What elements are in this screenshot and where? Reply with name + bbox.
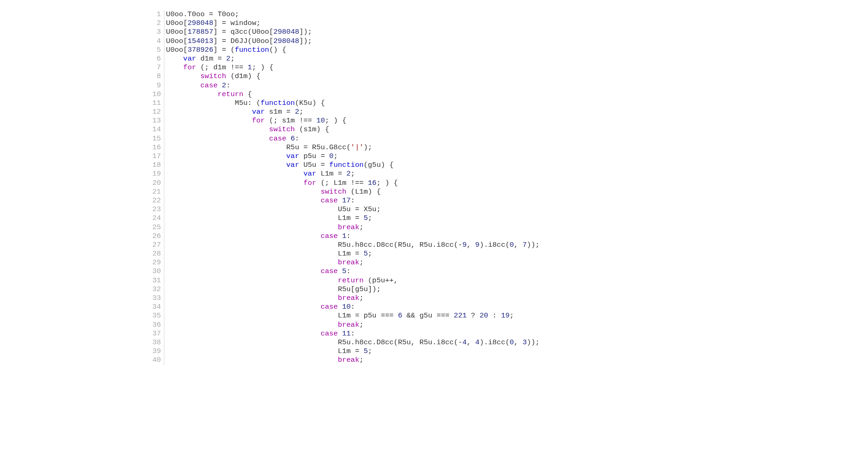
code-line: for (; s1m !== 10; ) { bbox=[166, 116, 540, 125]
line-number: 9 bbox=[152, 81, 161, 90]
code-line: break; bbox=[166, 321, 540, 329]
code-line: for (; d1m !== 1; ) { bbox=[166, 63, 540, 72]
line-number: 8 bbox=[152, 72, 161, 81]
code-line: U0oo[178857] = q3cc(U0oo[298048]); bbox=[166, 28, 540, 37]
line-number: 21 bbox=[152, 188, 161, 196]
line-number: 10 bbox=[152, 90, 161, 99]
line-number: 2 bbox=[152, 19, 161, 28]
code-line: U0oo[298048] = window; bbox=[166, 19, 540, 28]
code-line: var s1m = 2; bbox=[166, 108, 540, 116]
code-line: L1m = 5; bbox=[166, 214, 540, 223]
code-line: case 11: bbox=[166, 329, 540, 338]
code-line: switch (s1m) { bbox=[166, 125, 540, 134]
code-editor: 1234567891011121314151617181920212223242… bbox=[152, 10, 868, 365]
line-number: 1 bbox=[152, 10, 161, 19]
line-number: 16 bbox=[152, 143, 161, 152]
line-number: 35 bbox=[152, 311, 161, 320]
code-line: var p5u = 0; bbox=[166, 152, 540, 161]
line-number: 34 bbox=[152, 303, 161, 311]
line-number: 11 bbox=[152, 99, 161, 108]
code-line: break; bbox=[166, 223, 540, 232]
code-line: break; bbox=[166, 294, 540, 303]
code-line: switch (L1m) { bbox=[166, 188, 540, 196]
line-number: 30 bbox=[152, 267, 161, 276]
code-line: case 10: bbox=[166, 303, 540, 311]
code-line: return { bbox=[166, 90, 540, 99]
code-line: case 1: bbox=[166, 232, 540, 241]
line-number: 33 bbox=[152, 294, 161, 303]
line-number: 24 bbox=[152, 214, 161, 223]
line-number: 20 bbox=[152, 179, 161, 188]
line-number: 6 bbox=[152, 55, 161, 63]
code-line: L1m = p5u === 6 && g5u === 221 ? 20 : 19… bbox=[166, 311, 540, 320]
code-line: var d1m = 2; bbox=[166, 55, 540, 63]
line-number: 22 bbox=[152, 196, 161, 205]
line-number: 26 bbox=[152, 232, 161, 241]
line-number: 5 bbox=[152, 46, 161, 55]
code-line: switch (d1m) { bbox=[166, 72, 540, 81]
line-number: 37 bbox=[152, 329, 161, 338]
code-line: L1m = 5; bbox=[166, 347, 540, 356]
line-number: 27 bbox=[152, 241, 161, 250]
code-line: R5u[g5u]); bbox=[166, 285, 540, 294]
line-number: 4 bbox=[152, 37, 161, 46]
code-line: break; bbox=[166, 356, 540, 365]
code-line: case 5: bbox=[166, 267, 540, 276]
code-line: R5u = R5u.G8cc('|'); bbox=[166, 143, 540, 152]
line-number: 29 bbox=[152, 258, 161, 267]
code-line: break; bbox=[166, 258, 540, 267]
code-line: case 6: bbox=[166, 134, 540, 143]
line-number: 14 bbox=[152, 125, 161, 134]
code-line: U0oo[154013] = D6JJ(U0oo[298048]); bbox=[166, 37, 540, 46]
line-number-gutter: 1234567891011121314151617181920212223242… bbox=[152, 10, 164, 365]
line-number: 23 bbox=[152, 205, 161, 214]
line-number: 31 bbox=[152, 276, 161, 285]
line-number: 19 bbox=[152, 170, 161, 178]
code-line: case 17: bbox=[166, 196, 540, 205]
code-line: U0oo[378926] = (function() { bbox=[166, 46, 540, 55]
code-line: case 2: bbox=[166, 81, 540, 90]
line-number: 40 bbox=[152, 356, 161, 365]
line-number: 3 bbox=[152, 28, 161, 37]
line-number: 18 bbox=[152, 161, 161, 170]
line-number: 12 bbox=[152, 108, 161, 116]
line-number: 17 bbox=[152, 152, 161, 161]
code-line: for (; L1m !== 16; ) { bbox=[166, 179, 540, 188]
code-line: U5u = X5u; bbox=[166, 205, 540, 214]
line-number: 38 bbox=[152, 338, 161, 347]
line-number: 32 bbox=[152, 285, 161, 294]
code-line: return (p5u++, bbox=[166, 276, 540, 285]
line-number: 15 bbox=[152, 134, 161, 143]
line-number: 28 bbox=[152, 250, 161, 258]
code-line: R5u.h8cc.D8cc(R5u, R5u.i8cc(-9, 9).i8cc(… bbox=[166, 241, 540, 250]
line-number: 36 bbox=[152, 321, 161, 329]
code-line: var L1m = 2; bbox=[166, 170, 540, 178]
code-line: var U5u = function(g5u) { bbox=[166, 161, 540, 170]
code-line: R5u.h8cc.D8cc(R5u, R5u.i8cc(-4, 4).i8cc(… bbox=[166, 338, 540, 347]
code-area[interactable]: U0oo.T0oo = T0oo;U0oo[298048] = window;U… bbox=[164, 10, 540, 365]
line-number: 13 bbox=[152, 116, 161, 125]
line-number: 25 bbox=[152, 223, 161, 232]
code-line: M5u: (function(K5u) { bbox=[166, 99, 540, 108]
code-line: L1m = 5; bbox=[166, 250, 540, 258]
line-number: 7 bbox=[152, 63, 161, 72]
code-line: U0oo.T0oo = T0oo; bbox=[166, 10, 540, 19]
line-number: 39 bbox=[152, 347, 161, 356]
